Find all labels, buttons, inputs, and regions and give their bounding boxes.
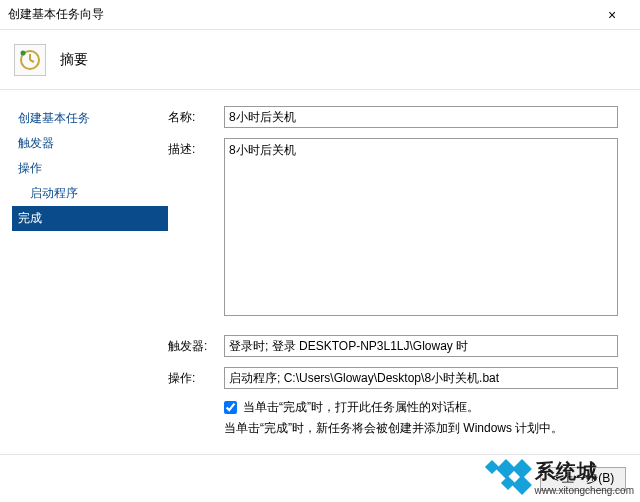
name-input[interactable] (224, 106, 618, 128)
wizard-header: 摘要 (0, 30, 640, 90)
description-label: 描述: (168, 138, 224, 158)
close-button[interactable]: × (592, 7, 632, 23)
window-title: 创建基本任务向导 (8, 6, 592, 23)
open-properties-label[interactable]: 当单击“完成”时，打开此任务属性的对话框。 (243, 399, 479, 416)
sidebar-item-0[interactable]: 创建基本任务 (12, 106, 168, 131)
action-label: 操作: (168, 367, 224, 387)
sidebar-item-1[interactable]: 触发器 (12, 131, 168, 156)
wizard-icon (14, 44, 46, 76)
sidebar-item-2[interactable]: 操作 (12, 156, 168, 181)
wizard-footer: < 上一步(B) (0, 454, 640, 502)
wizard-sidebar: 创建基本任务触发器操作启动程序完成 (0, 90, 168, 454)
wizard-main: 名称: 描述: 触发器: 操作: 当单击“完成”时，打 (168, 90, 640, 454)
wizard-header-title: 摘要 (60, 51, 88, 69)
svg-point-3 (21, 50, 26, 55)
svg-line-2 (30, 60, 34, 62)
open-properties-checkbox[interactable] (224, 401, 237, 414)
name-label: 名称: (168, 106, 224, 126)
sidebar-item-3[interactable]: 启动程序 (12, 181, 168, 206)
finish-note: 当单击“完成”时，新任务将会被创建并添加到 Windows 计划中。 (224, 420, 618, 437)
trigger-field (224, 335, 618, 357)
description-input[interactable] (224, 138, 618, 316)
wizard-body: 创建基本任务触发器操作启动程序完成 名称: 描述: 触发器: 操作: (0, 90, 640, 454)
title-bar: 创建基本任务向导 × (0, 0, 640, 30)
trigger-label: 触发器: (168, 335, 224, 355)
action-field (224, 367, 618, 389)
back-button[interactable]: < 上一步(B) (540, 467, 626, 491)
sidebar-item-4[interactable]: 完成 (12, 206, 168, 231)
